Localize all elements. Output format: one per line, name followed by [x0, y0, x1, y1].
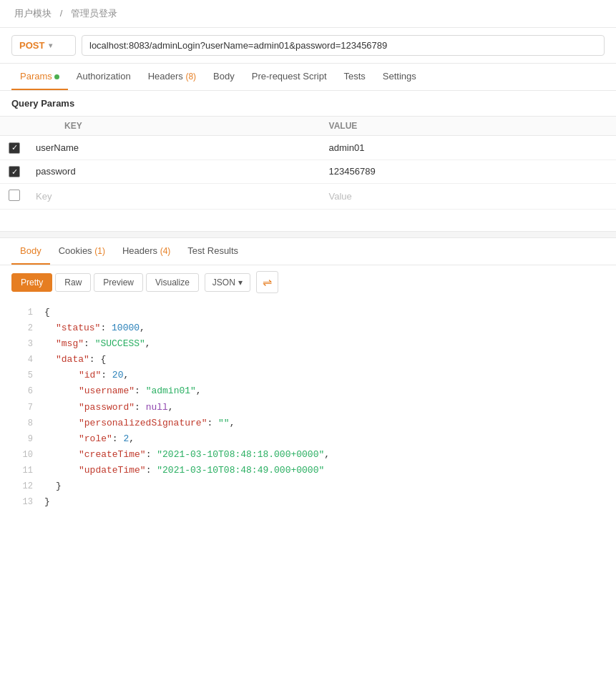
breadcrumb-part1: 用户模块: [14, 8, 52, 19]
row2-checkbox[interactable]: ✓: [9, 166, 20, 177]
tab-authorization-label: Authorization: [77, 71, 131, 82]
json-line-1: 1 {: [11, 305, 605, 320]
tab-params[interactable]: Params: [11, 64, 68, 90]
tab-tests[interactable]: Tests: [336, 64, 374, 90]
format-btn-raw[interactable]: Raw: [55, 273, 91, 292]
json-line-5: 5 "id": 20,: [11, 368, 605, 383]
format-btn-visualize[interactable]: Visualize: [146, 273, 199, 292]
col-key: KEY: [29, 117, 322, 136]
json-line-4: 4 "data": {: [11, 352, 605, 368]
tab-pre-request[interactable]: Pre-request Script: [243, 64, 336, 90]
wrap-button[interactable]: ⇌: [256, 271, 278, 293]
tab-headers[interactable]: Headers (8): [140, 64, 205, 90]
format-bar: Pretty Raw Preview Visualize JSON ▾ ⇌: [0, 265, 616, 299]
wrap-icon: ⇌: [263, 275, 272, 289]
table-row: Key Value: [0, 184, 616, 210]
json-line-3: 3 "msg": "SUCCESS",: [11, 336, 605, 352]
response-tab-body[interactable]: Body: [11, 238, 50, 265]
row1-checkbox[interactable]: ✓: [9, 142, 20, 154]
row3-checkbox[interactable]: [9, 190, 20, 201]
cookies-badge: (1): [94, 246, 105, 256]
json-line-10: 10 "createTime": "2021-03-10T08:48:18.00…: [11, 447, 605, 463]
response-tab-test-results-label: Test Results: [187, 245, 238, 256]
json-line-11: 11 "updateTime": "2021-03-10T08:48:49.00…: [11, 463, 605, 478]
row3-key-placeholder[interactable]: Key: [29, 184, 322, 210]
json-format-select[interactable]: JSON ▾: [205, 273, 250, 292]
table-row: ✓ password 123456789: [0, 159, 616, 184]
response-tab-headers-label: Headers: [122, 245, 160, 256]
tab-pre-request-label: Pre-request Script: [252, 71, 327, 82]
row1-key: userName: [29, 136, 322, 160]
row1-value: admin01: [322, 136, 616, 160]
breadcrumb-separator: /: [60, 8, 63, 19]
json-line-6: 6 "username": "admin01",: [11, 383, 605, 399]
method-select[interactable]: POST ▾: [11, 35, 76, 56]
tab-authorization[interactable]: Authorization: [68, 64, 140, 90]
response-tab-test-results[interactable]: Test Results: [179, 238, 247, 265]
response-tab-headers[interactable]: Headers (4): [114, 238, 179, 265]
params-dot: [54, 74, 59, 79]
tab-body-label: Body: [213, 71, 235, 82]
tab-tests-label: Tests: [344, 71, 366, 82]
section-divider: [0, 231, 616, 238]
tab-headers-label: Headers: [148, 71, 186, 82]
breadcrumb-part2: 管理员登录: [71, 8, 117, 19]
json-viewer: 1 { 2 "status": 10000, 3 "msg": "SUCCESS…: [0, 299, 616, 516]
json-line-7: 7 "password": null,: [11, 400, 605, 416]
method-label: POST: [19, 40, 44, 51]
tab-body[interactable]: Body: [205, 64, 243, 90]
response-headers-badge: (4): [160, 246, 171, 256]
table-row: ✓ userName admin01: [0, 136, 616, 160]
json-line-13: 13 }: [11, 494, 605, 510]
headers-badge: (8): [185, 72, 196, 82]
response-tab-cookies-label: Cookies: [59, 245, 95, 256]
tab-settings[interactable]: Settings: [374, 64, 425, 90]
row2-value: 123456789: [322, 159, 616, 184]
tab-params-label: Params: [20, 71, 52, 82]
json-line-2: 2 "status": 10000,: [11, 320, 605, 336]
row3-value-placeholder[interactable]: Value: [322, 184, 616, 210]
response-tab-cookies[interactable]: Cookies (1): [50, 238, 114, 265]
response-tabs: Body Cookies (1) Headers (4) Test Result…: [0, 238, 616, 265]
json-line-9: 9 "role": 2,: [11, 431, 605, 447]
col-value: VALUE: [322, 117, 616, 136]
row2-key: password: [29, 159, 322, 184]
tab-settings-label: Settings: [383, 71, 416, 82]
query-params-title: Query Params: [0, 91, 616, 116]
json-format-label: JSON: [212, 277, 235, 288]
json-line-12: 12 }: [11, 478, 605, 494]
url-input[interactable]: [82, 35, 605, 56]
params-table: KEY VALUE ✓ userName admin01 ✓ password …: [0, 116, 616, 210]
response-tab-body-label: Body: [20, 245, 41, 256]
request-tabs: Params Authorization Headers (8) Body Pr…: [0, 64, 616, 91]
request-bar: POST ▾: [0, 28, 616, 64]
format-btn-preview[interactable]: Preview: [94, 273, 143, 292]
format-btn-pretty[interactable]: Pretty: [11, 273, 52, 292]
breadcrumb: 用户模块 / 管理员登录: [0, 0, 616, 28]
method-chevron-icon: ▾: [49, 41, 52, 49]
json-line-8: 8 "personalizedSignature": "",: [11, 416, 605, 431]
json-format-chevron-icon: ▾: [238, 277, 243, 288]
